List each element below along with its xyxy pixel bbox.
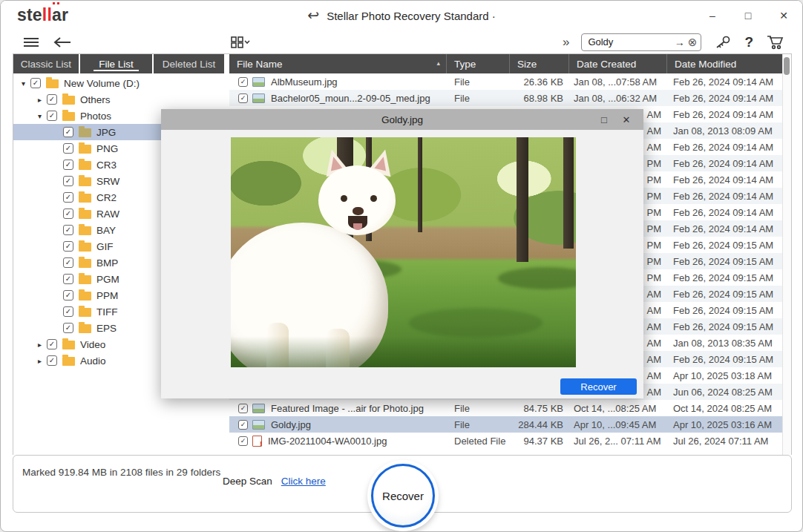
tree-checkbox[interactable]: ✓ bbox=[63, 143, 73, 154]
date-modified: Jun 06, 2024 08:25 AM bbox=[667, 387, 784, 398]
scrollbar-thumb[interactable] bbox=[784, 57, 790, 75]
date-modified: Feb 26, 2024 09:15 AM bbox=[667, 305, 784, 316]
tree-checkbox[interactable]: ✓ bbox=[63, 274, 73, 284]
dialog-recover-button[interactable]: Recover bbox=[560, 378, 637, 395]
close-button[interactable]: ✕ bbox=[776, 7, 792, 24]
tree-checkbox[interactable]: ✓ bbox=[63, 241, 73, 252]
date-modified: Feb 26, 2024 09:14 AM bbox=[667, 109, 784, 120]
date-modified: Apr 10, 2025 03:18 AM bbox=[667, 370, 784, 381]
column-header-date-created[interactable]: Date Created bbox=[569, 54, 667, 73]
table-row[interactable]: ✓Bachelor05_moun...2-09-05_med.jpgFile68… bbox=[229, 90, 784, 106]
tree-checkbox[interactable]: ✓ bbox=[47, 355, 57, 366]
date-modified: Feb 26, 2024 09:14 AM bbox=[667, 93, 784, 104]
tree-checkbox[interactable]: ✓ bbox=[63, 127, 73, 137]
file-name: Goldy.jpg bbox=[271, 419, 311, 430]
file-size: 68.98 KB bbox=[510, 93, 569, 104]
tree-checkbox[interactable]: ✓ bbox=[63, 290, 73, 301]
deep-scan-link[interactable]: Click here bbox=[281, 476, 326, 487]
overflow-chevron-icon[interactable]: » bbox=[563, 35, 568, 50]
search-go-icon[interactable]: → bbox=[673, 36, 686, 48]
table-row[interactable]: ✓Featured Image - ...air for Photo.jpgFi… bbox=[229, 400, 784, 416]
file-type: Deleted File bbox=[447, 436, 510, 447]
maximize-button[interactable]: □ bbox=[740, 7, 756, 24]
tab-deleted-list[interactable]: Deleted List bbox=[154, 54, 224, 73]
vertical-scrollbar[interactable] bbox=[782, 54, 791, 455]
tree-item-others[interactable]: ▸✓Others bbox=[13, 91, 228, 108]
tree-item-label: CR2 bbox=[96, 192, 117, 203]
tree-checkbox[interactable]: ✓ bbox=[63, 306, 73, 317]
tree-checkbox[interactable]: ✓ bbox=[47, 111, 57, 121]
minimize-button[interactable]: – bbox=[704, 7, 721, 24]
row-checkbox[interactable]: ✓ bbox=[238, 436, 248, 446]
expander-icon[interactable]: ▸ bbox=[34, 341, 45, 349]
folder-icon bbox=[62, 357, 75, 366]
date-modified: Jan 08, 2013 08:35 AM bbox=[667, 338, 784, 349]
folder-icon bbox=[79, 177, 91, 186]
tree-checkbox[interactable]: ✓ bbox=[63, 257, 73, 268]
expander-icon[interactable]: ▸ bbox=[34, 357, 45, 365]
tree-item-label: Video bbox=[80, 339, 105, 350]
column-header-type[interactable]: Type bbox=[447, 54, 510, 73]
tree-checkbox[interactable]: ✓ bbox=[63, 160, 73, 170]
folder-icon bbox=[79, 194, 91, 203]
tree-item-label: PNG bbox=[96, 143, 118, 154]
preview-photo bbox=[231, 137, 576, 367]
column-header-size[interactable]: Size bbox=[510, 54, 569, 73]
tree-checkbox[interactable]: ✓ bbox=[63, 192, 73, 203]
file-name: Featured Image - ...air for Photo.jpg bbox=[271, 403, 424, 414]
expander-icon[interactable]: ▾ bbox=[18, 79, 29, 88]
date-modified: Feb 26, 2024 09:15 AM bbox=[667, 240, 784, 251]
date-modified: Feb 26, 2024 09:14 AM bbox=[667, 158, 784, 169]
file-type: File bbox=[447, 419, 510, 430]
tree-checkbox[interactable]: ✓ bbox=[30, 78, 41, 88]
help-icon[interactable]: ? bbox=[744, 34, 753, 50]
tree-checkbox[interactable]: ✓ bbox=[63, 225, 73, 235]
tree-item-new-volume-d-[interactable]: ▾✓New Volume (D:) bbox=[13, 75, 228, 91]
tree-checkbox[interactable]: ✓ bbox=[63, 208, 73, 219]
tree-checkbox[interactable]: ✓ bbox=[47, 94, 57, 105]
dialog-close-icon[interactable]: ✕ bbox=[615, 109, 638, 130]
image-file-icon bbox=[252, 93, 265, 103]
date-modified: Feb 26, 2024 09:15 AM bbox=[667, 321, 784, 332]
tree-item-label: PGM bbox=[96, 274, 119, 285]
expander-icon[interactable]: ▸ bbox=[34, 96, 45, 104]
folder-icon bbox=[79, 243, 91, 252]
folder-icon bbox=[62, 96, 75, 105]
column-header-file-name[interactable]: File Name▴ bbox=[229, 54, 447, 73]
view-tabs: Classic ListFile ListDeleted List bbox=[13, 54, 224, 73]
row-checkbox[interactable]: ✓ bbox=[238, 93, 248, 103]
column-header-date-modified[interactable]: Date Modified bbox=[667, 54, 784, 73]
search-input[interactable] bbox=[582, 36, 672, 47]
tree-checkbox[interactable]: ✓ bbox=[63, 176, 73, 186]
row-checkbox[interactable]: ✓ bbox=[238, 77, 248, 87]
row-checkbox[interactable]: ✓ bbox=[238, 420, 248, 430]
tree-checkbox[interactable]: ✓ bbox=[63, 323, 73, 333]
date-modified: Feb 26, 2024 09:14 AM bbox=[667, 174, 784, 185]
menu-icon[interactable] bbox=[23, 37, 39, 47]
date-created: Apr 10, ...09:45 AM bbox=[569, 419, 667, 430]
expander-icon[interactable]: ▾ bbox=[34, 112, 45, 120]
table-row[interactable]: ✓AlbMuseum.jpgFile26.36 KBJan 08, ...07:… bbox=[229, 73, 784, 90]
logo-dots-icon bbox=[53, 2, 55, 4]
file-type: File bbox=[447, 403, 510, 414]
search-clear-icon[interactable]: ⊗ bbox=[686, 36, 701, 49]
row-checkbox[interactable]: ✓ bbox=[238, 404, 248, 413]
recover-button[interactable]: Recover bbox=[371, 464, 435, 528]
table-row[interactable]: ✓IMG-20211004-WA0010.jpgDeleted File94.3… bbox=[229, 433, 784, 449]
tree-item-label: JPG bbox=[96, 127, 116, 138]
dialog-maximize-icon[interactable]: □ bbox=[593, 109, 615, 130]
date-created: Jan 08, ...06:32 AM bbox=[569, 93, 667, 104]
view-grid-icon[interactable] bbox=[229, 36, 252, 48]
tree-item-label: Audio bbox=[80, 355, 106, 367]
tab-file-list[interactable]: File List bbox=[80, 54, 152, 73]
cart-icon[interactable] bbox=[767, 35, 784, 50]
date-modified: Feb 26, 2024 09:14 AM bbox=[667, 142, 784, 153]
tree-checkbox[interactable]: ✓ bbox=[47, 339, 57, 349]
search-box: → ⊗ bbox=[581, 33, 701, 51]
tree-item-label: SRW bbox=[96, 176, 119, 187]
tab-classic-list[interactable]: Classic List bbox=[13, 54, 79, 73]
tree-item-label: BMP bbox=[96, 257, 118, 269]
table-row[interactable]: ✓Goldy.jpgFile284.44 KBApr 10, ...09:45 … bbox=[229, 416, 784, 433]
back-arrow-icon[interactable] bbox=[53, 37, 72, 47]
activation-key-icon[interactable] bbox=[715, 36, 731, 49]
